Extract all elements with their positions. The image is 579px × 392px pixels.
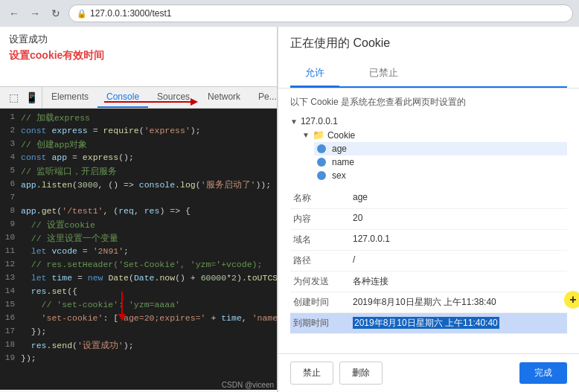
done-button[interactable]: 完成 xyxy=(519,362,567,384)
cookie-age-label: age xyxy=(332,144,347,154)
code-line-5: 5 // 监听端口，开启服务 xyxy=(0,165,277,179)
tab-elements[interactable]: Elements xyxy=(42,87,97,108)
cookie-sex-label: sex xyxy=(332,170,346,181)
code-line-14: 14 res.set({ xyxy=(0,286,277,299)
code-line-17: 17 }); xyxy=(0,326,277,339)
prop-row-name: 名称 age xyxy=(290,188,567,209)
folder-label: Cookie xyxy=(327,130,355,141)
prop-label-created: 创建时间 xyxy=(290,292,350,313)
code-line-12: 12 // res.setHeader('Set-Cookie', 'yzm='… xyxy=(0,259,277,272)
prop-label-expires: 到期时间 xyxy=(290,313,350,334)
tree-domain: ▼ 127.0.0.1 xyxy=(290,115,567,128)
arrow-annotation xyxy=(104,101,193,103)
tree-item-sex[interactable]: sex xyxy=(314,169,567,182)
prop-value-domain: 127.0.0.1 xyxy=(350,230,567,251)
refresh-button[interactable]: ↻ xyxy=(48,5,64,22)
code-line-18: 18 res.send('设置成功'); xyxy=(0,339,277,353)
plus-button[interactable]: + xyxy=(564,291,579,309)
nav-buttons: ← → ↻ xyxy=(6,5,64,22)
devtools-tabs: ⬚ 📱 Elements Console Sources Network Pe.… xyxy=(0,87,277,109)
cookie-tab-block[interactable]: 已禁止 xyxy=(354,60,413,86)
url-bar[interactable]: 🔒 127.0.0.1:3000/test1 xyxy=(68,4,573,22)
prop-value-name: age xyxy=(350,188,567,209)
prop-row-domain: 域名 127.0.0.1 xyxy=(290,230,567,251)
cookie-description: 以下 Cookie 是系统在您查看此网页时设置的 xyxy=(290,96,567,109)
footer-left-buttons: 禁止 删除 xyxy=(290,362,383,385)
prop-row-content: 内容 20 xyxy=(290,209,567,230)
domain-label: 127.0.0.1 xyxy=(301,116,338,126)
prop-label-path: 路径 xyxy=(290,251,350,271)
prop-value-path: / xyxy=(350,251,567,271)
cookie-icon-age xyxy=(317,144,326,153)
code-line-7: 7 xyxy=(0,192,277,205)
prop-row-expires: 到期时间 2019年8月10日星期六 上午11:40:40 xyxy=(290,313,567,334)
webpage-content: 设置成功 设置cookie有效时间 xyxy=(0,27,277,68)
tree-cookie-folder: ▼ 📁 Cookie xyxy=(302,128,567,142)
code-area: 1 // 加载express 2 const express = require… xyxy=(0,109,277,390)
forward-button[interactable]: → xyxy=(27,5,43,22)
success-message: 设置成功 xyxy=(9,33,268,46)
device-icon[interactable]: 📱 xyxy=(24,90,39,105)
cookie-label: 设置cookie有效时间 xyxy=(9,49,268,62)
cookie-tabs: 允许 已禁止 xyxy=(290,60,567,88)
code-line-3: 3 // 创建app对象 xyxy=(0,138,277,152)
folder-icon: 📁 xyxy=(313,129,324,141)
security-icon: 🔒 xyxy=(77,9,87,19)
prop-value-content: 20 xyxy=(350,209,567,230)
browser-toolbar: ← → ↻ 🔒 127.0.0.1:3000/test1 xyxy=(0,0,579,27)
tab-console[interactable]: Console xyxy=(97,87,148,108)
main-area: 设置成功 设置cookie有效时间 ⬚ 📱 Elements Console S… xyxy=(0,27,579,392)
url-text: 127.0.0.1:3000/test1 xyxy=(90,8,171,19)
prop-value-created: 2019年8月10日星期六 上午11:38:40 + xyxy=(350,292,567,313)
prop-label-sendreason: 为何发送 xyxy=(290,271,350,292)
down-arrow-annotation xyxy=(115,292,126,321)
prop-value-sendreason: 各种连接 xyxy=(350,271,567,292)
cookie-icon-name xyxy=(317,158,326,167)
code-line-11: 11 let vcode = '2N91'; xyxy=(0,245,277,259)
code-line-2: 2 const express = require('express'); xyxy=(0,125,277,138)
tab-network[interactable]: Network xyxy=(199,87,249,108)
code-line-19: 19 }); xyxy=(0,353,277,366)
prop-label-content: 内容 xyxy=(290,209,350,230)
watermark: CSDN @viceen xyxy=(222,381,274,389)
code-line-1: 1 // 加载express xyxy=(0,112,277,125)
prop-row-path: 路径 / xyxy=(290,251,567,271)
cookie-footer: 禁止 删除 完成 xyxy=(278,353,579,392)
tree-item-name[interactable]: name xyxy=(314,155,567,169)
prop-row-created: 创建时间 2019年8月10日星期六 上午11:38:40 + xyxy=(290,292,567,313)
code-line-10: 10 // 这里设置一个变量 xyxy=(0,232,277,245)
back-button[interactable]: ← xyxy=(6,5,22,22)
code-line-8: 8 app.get('/test1', (req, res) => { xyxy=(0,205,277,219)
code-line-16: 16 'set-cookie': ['age=20;expires=' + ti… xyxy=(0,312,277,326)
prop-row-sendreason: 为何发送 各种连接 xyxy=(290,271,567,292)
cookie-dialog: 正在使用的 Cookie 允许 已禁止 以下 Cookie 是系统在您查看此网页… xyxy=(278,27,579,392)
code-line-6: 6 app.listen(3000, () => console.log('服务… xyxy=(0,179,277,192)
code-line-13: 13 let time = new Date(Date.now() + 6000… xyxy=(0,272,277,286)
cookie-properties-table: 名称 age 内容 20 域名 127.0.0.1 路径 / xyxy=(290,188,567,334)
cookie-header: 正在使用的 Cookie 允许 已禁止 xyxy=(278,27,579,89)
prop-value-expires: 2019年8月10日星期六 上午11:40:40 xyxy=(350,313,567,334)
cookie-name-label: name xyxy=(332,157,354,167)
tree-item-age[interactable]: age xyxy=(314,142,567,155)
inspect-icon[interactable]: ⬚ xyxy=(6,90,21,105)
cookie-tab-allow[interactable]: 允许 xyxy=(290,60,339,88)
tab-performance[interactable]: Pe... xyxy=(249,87,278,108)
cookie-body: 以下 Cookie 是系统在您查看此网页时设置的 ▼ 127.0.0.1 ▼ 📁… xyxy=(278,89,579,353)
code-line-9: 9 // 设置cookie xyxy=(0,219,277,232)
cookie-dialog-title: 正在使用的 Cookie xyxy=(290,36,567,51)
cookie-tree: ▼ 127.0.0.1 ▼ 📁 Cookie age name xyxy=(290,115,567,182)
cookie-icon-sex xyxy=(317,171,326,180)
browser-window: ← → ↻ 🔒 127.0.0.1:3000/test1 设置成功 设置cook… xyxy=(0,0,579,392)
delete-button[interactable]: 删除 xyxy=(339,362,383,385)
devtools-panel: ⬚ 📱 Elements Console Sources Network Pe.… xyxy=(0,86,277,392)
webpage-panel: 设置成功 设置cookie有效时间 ⬚ 📱 Elements Console S… xyxy=(0,27,278,392)
block-button[interactable]: 禁止 xyxy=(290,362,333,385)
code-line-4: 4 const app = express(); xyxy=(0,152,277,165)
prop-label-domain: 域名 xyxy=(290,230,350,251)
code-line-15: 15 // 'set-cookie': 'yzm=aaaa' xyxy=(0,299,277,312)
prop-label-name: 名称 xyxy=(290,188,350,209)
expires-highlight: 2019年8月10日星期六 上午11:40:40 xyxy=(353,317,499,329)
